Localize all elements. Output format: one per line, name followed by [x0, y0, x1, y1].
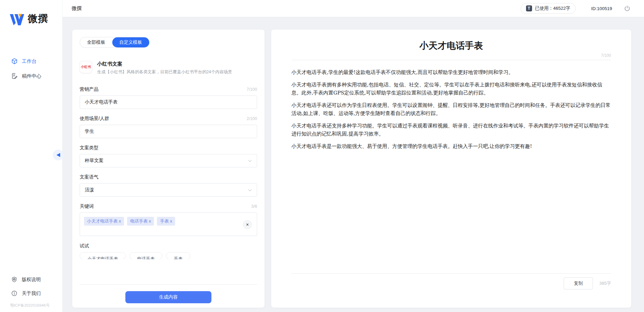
sidebar-item-about[interactable]: 关于我们 — [0, 286, 62, 300]
suggestion-chips: 小天才电话手表电话手表手表 — [80, 252, 257, 259]
sidebar-item-workspace[interactable]: 工作台 — [0, 54, 62, 69]
form-footer: 生成内容 — [80, 284, 257, 308]
selected-value: 种草文案 — [85, 158, 104, 164]
suggestion-chip[interactable]: 小天才电话手表 — [80, 252, 126, 259]
field-copy-type: 文案类型 种草文案 — [80, 145, 257, 167]
copy-type-select[interactable]: 种草文案 — [80, 154, 257, 167]
field-label: 使用场景/人群 — [80, 116, 109, 122]
scene-input[interactable] — [80, 125, 257, 138]
template-name: 小红书文案 — [97, 61, 232, 67]
copy-tone-select[interactable]: 活泼 — [80, 183, 257, 197]
sidebar-nav: 工作台 稿件中心 — [0, 54, 62, 83]
result-title[interactable]: 小天才电话手表 — [291, 40, 611, 52]
sidebar-item-copyright[interactable]: 版权说明 — [0, 273, 62, 286]
usage-badge[interactable]: T 已使用：46522字 — [521, 3, 576, 14]
template-card: 小红书 小红书文案 生成【小红书】风格的各类文案，目前已覆盖小红书平台的24个内… — [80, 61, 257, 75]
result-body[interactable]: 小天才电话手表,学生的最爱!这款电话手表不仅功能强大,而且可以帮助学生更好地管理… — [291, 68, 611, 150]
field-keywords: 关键词 3/6 小天才电话手表 x电话手表 x手表 x × — [80, 203, 257, 236]
product-input[interactable] — [80, 95, 257, 109]
usage-label: 已使用：46522字 — [535, 5, 570, 11]
suggestion-chip[interactable]: 手表 — [166, 252, 190, 259]
field-copy-tone: 文案语气 活泼 — [80, 174, 257, 197]
keyword-tag[interactable]: 电话手表 x — [127, 217, 154, 226]
footer-link-label: 关于我们 — [22, 290, 41, 297]
keyword-counter: 3/6 — [251, 204, 257, 209]
template-form-panel: 全部模板 自定义模板 小红书 小红书文案 生成【小红书】风格的各类文案，目前已覆… — [72, 30, 265, 308]
topbar-right: T 已使用：46522字 ID:100519 — [521, 3, 631, 14]
field-label: 文案语气 — [80, 174, 98, 180]
tab-all-templates[interactable]: 全部模板 — [80, 37, 112, 47]
generated-result-panel: 小天才电话手表 7/100 小天才电话手表,学生的最爱!这款电话手表不仅功能强大… — [271, 30, 631, 308]
keyword-tag[interactable]: 小天才电话手表 x — [84, 217, 124, 226]
shield-copyright-icon — [11, 276, 17, 283]
footer-link-label: 版权说明 — [22, 277, 41, 283]
topbar: 微撰 T 已使用：46522字 ID:100519 — [63, 0, 644, 17]
result-paragraph: 小天才电话手表还支持多种学习功能。学生可以通过手表观看课程视频、听录音、进行在线… — [291, 122, 611, 138]
tab-custom-templates[interactable]: 自定义模板 — [112, 37, 149, 47]
chevron-down-icon — [247, 158, 252, 163]
document-edit-icon — [11, 73, 18, 79]
field-label: 文案类型 — [80, 145, 98, 151]
title-divider — [291, 60, 611, 60]
template-tabs: 全部模板 自定义模板 — [80, 37, 150, 48]
clear-keywords-button[interactable]: × — [243, 220, 252, 229]
sidebar-item-label: 稿件中心 — [22, 73, 41, 79]
title-counter: 7/100 — [291, 53, 611, 58]
result-footer: 复制 385字 — [291, 273, 611, 289]
result-paragraph: 小天才电话手表还可以作为学生日程表使用。学生可以设置闹钟、提醒、日程安排等,更好… — [291, 101, 611, 117]
user-id: ID:100519 — [591, 6, 612, 11]
workspace-hexagon-icon — [11, 58, 18, 65]
sidebar-collapse-toggle[interactable] — [53, 150, 64, 160]
chevron-left-icon — [56, 153, 61, 157]
keywords-input-box[interactable]: 小天才电话手表 x电话手表 x手表 x × — [80, 212, 257, 236]
suggestion-chip[interactable]: 电话手表 — [129, 252, 162, 259]
generate-content-button[interactable]: 生成内容 — [125, 291, 211, 303]
page-title: 微撰 — [72, 5, 82, 12]
power-logout-icon[interactable] — [624, 5, 631, 12]
field-scene: 使用场景/人群 2/100 — [80, 116, 257, 138]
sidebar-item-label: 工作台 — [22, 58, 37, 65]
icp-record-number: 鄂ICP备2022016946号 — [0, 300, 62, 312]
app-logo[interactable]: 微撰 — [9, 12, 48, 26]
char-counter: 7/100 — [247, 87, 257, 92]
char-counter: 2/100 — [247, 116, 257, 121]
text-count-icon: T — [526, 5, 532, 11]
result-paragraph: 小天才电话手表拥有多种实用功能,包括电话、短信、社交、定位等。学生可以在手表上拨… — [291, 81, 611, 97]
sidebar-footer: 版权说明 关于我们 鄂ICP备2022016946号 — [0, 273, 62, 312]
keyword-tags: 小天才电话手表 x电话手表 x手表 x — [84, 217, 240, 226]
suggestions-label: 试试 — [80, 243, 257, 249]
info-circle-icon — [11, 290, 17, 297]
keyword-tag[interactable]: 手表 x — [157, 217, 175, 226]
field-label: 关键词 — [80, 203, 94, 209]
result-paragraph: 小天才电话手表,学生的最爱!这款电话手表不仅功能强大,而且可以帮助学生更好地管理… — [291, 68, 611, 76]
xiaohongshu-icon: 小红书 — [80, 61, 92, 73]
word-count: 385字 — [599, 280, 611, 286]
field-product: 营销产品 7/100 — [80, 86, 257, 109]
chevron-down-icon — [247, 188, 252, 193]
selected-value: 活泼 — [85, 187, 94, 193]
template-description: 生成【小红书】风格的各类文案，目前已覆盖小红书平台的24个内容场景 — [97, 69, 232, 75]
copy-button[interactable]: 复制 — [564, 277, 593, 289]
field-label: 营销产品 — [80, 86, 98, 92]
sidebar: 微撰 工作台 稿件中心 — [0, 0, 63, 312]
sidebar-item-drafts[interactable]: 稿件中心 — [0, 69, 62, 83]
logo-text: 微撰 — [28, 12, 48, 26]
result-paragraph: 小天才电话手表是一款功能强大、易于使用、方便管理的学生电话手表。赶快入手一只吧,… — [291, 142, 611, 150]
logo-w-icon — [9, 12, 25, 26]
